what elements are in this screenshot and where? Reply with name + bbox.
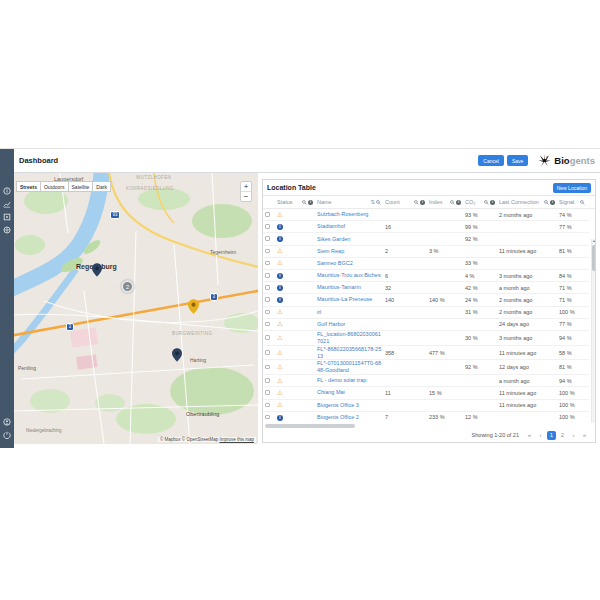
map-layer-outdoors[interactable]: Outdoors: [40, 181, 68, 192]
vertical-scrollbar[interactable]: ▲: [591, 239, 595, 423]
col-count[interactable]: Count: [385, 199, 400, 205]
improve-map-link[interactable]: Improve this map: [219, 437, 254, 442]
zoom-in-button[interactable]: +: [241, 182, 251, 192]
warning-icon[interactable]: ⚠: [277, 377, 283, 384]
warning-icon[interactable]: ⚠: [277, 259, 283, 266]
col-last-connection[interactable]: Last Connection: [499, 199, 539, 205]
col-co2[interactable]: CO₂: [465, 199, 475, 205]
filter-info-icon[interactable]: i: [490, 200, 495, 205]
map-layer-satellite[interactable]: Satellite: [68, 181, 93, 192]
location-link[interactable]: FL*-0701300011547T0-6848-Goodland: [317, 360, 385, 374]
warning-icon[interactable]: ⚠: [277, 247, 283, 254]
devices-icon[interactable]: [3, 213, 11, 221]
map-marker-pin-yellow[interactable]: [188, 299, 199, 314]
info-status-icon[interactable]: i: [277, 273, 283, 279]
location-link[interactable]: FL - demo solar trap: [317, 377, 369, 384]
search-icon[interactable]: [580, 200, 585, 205]
warning-icon[interactable]: ⚠: [277, 363, 283, 370]
trap-icon[interactable]: [3, 226, 11, 234]
map-layer-dark[interactable]: Dark: [92, 181, 111, 192]
col-name[interactable]: Name: [317, 199, 332, 205]
warning-icon[interactable]: ⚠: [277, 389, 283, 396]
info-status-icon[interactable]: i: [277, 415, 283, 421]
location-link[interactable]: Samreo BGC2: [317, 260, 356, 267]
row-checkbox[interactable]: [265, 415, 270, 420]
save-button[interactable]: Save: [507, 155, 528, 166]
info-status-icon[interactable]: i: [277, 236, 283, 242]
location-link[interactable]: FL*-868022035668178-2513: [317, 346, 385, 360]
map-marker-pin[interactable]: [172, 348, 182, 362]
warning-icon[interactable]: ⚠: [277, 308, 283, 315]
location-link[interactable]: Biogents Office 3: [317, 402, 362, 409]
row-checkbox[interactable]: [265, 335, 270, 340]
cancel-button[interactable]: Cancel: [478, 155, 504, 166]
warning-icon[interactable]: ⚠: [277, 401, 283, 408]
warning-icon[interactable]: ⚠: [277, 349, 283, 356]
row-checkbox[interactable]: [265, 365, 270, 370]
next-page-button[interactable]: ›: [569, 431, 578, 440]
scrollbar-thumb[interactable]: [265, 424, 355, 428]
row-checkbox[interactable]: [265, 224, 270, 229]
location-link[interactable]: FL_location-868020300617021: [317, 331, 385, 345]
new-location-button[interactable]: New Location: [553, 183, 591, 193]
location-link[interactable]: Sulzbach-Rosenberg: [317, 211, 371, 218]
row-checkbox[interactable]: [265, 261, 270, 266]
warning-icon[interactable]: ⚠: [277, 334, 283, 341]
location-link[interactable]: Chiang Mai: [317, 389, 348, 396]
row-checkbox[interactable]: [265, 403, 270, 408]
search-icon[interactable]: [450, 200, 455, 205]
map-layer-streets[interactable]: Streets: [16, 181, 40, 192]
row-checkbox[interactable]: [265, 378, 270, 383]
map-marker-pin[interactable]: [92, 263, 102, 277]
row-checkbox[interactable]: [265, 390, 270, 395]
warning-icon[interactable]: ⚠: [277, 211, 283, 218]
scroll-up-arrow[interactable]: ▲: [592, 239, 595, 244]
col-status[interactable]: Status: [277, 199, 293, 205]
row-checkbox[interactable]: [265, 297, 270, 302]
row-checkbox[interactable]: [265, 212, 270, 217]
search-icon[interactable]: [484, 200, 489, 205]
info-icon[interactable]: [3, 187, 11, 195]
col-signal[interactable]: Signal: [559, 199, 574, 205]
filter-info-icon[interactable]: i: [308, 200, 313, 205]
location-link[interactable]: irl: [317, 309, 324, 316]
location-link[interactable]: Siem Reap: [317, 248, 347, 255]
location-link[interactable]: Stadtamhof: [317, 223, 348, 230]
filter-info-icon[interactable]: i: [420, 200, 425, 205]
info-status-icon[interactable]: i: [277, 224, 283, 230]
row-checkbox[interactable]: [265, 310, 270, 315]
map-cluster-marker[interactable]: 2: [121, 280, 134, 293]
filter-info-icon[interactable]: i: [456, 200, 461, 205]
search-icon[interactable]: [544, 200, 549, 205]
location-link[interactable]: Biogents Office 2: [317, 414, 362, 421]
stats-icon[interactable]: [3, 200, 11, 208]
location-link[interactable]: Mauritius-Trou aux Biches: [317, 272, 384, 279]
page-1-button[interactable]: 1: [547, 431, 556, 440]
prev-page-button[interactable]: ‹: [536, 431, 545, 440]
row-checkbox[interactable]: [265, 285, 270, 290]
search-icon[interactable]: [302, 200, 307, 205]
user-icon[interactable]: [3, 418, 11, 426]
scrollbar-thumb[interactable]: [592, 245, 595, 271]
location-link[interactable]: Gulf Harbor: [317, 321, 348, 328]
location-link[interactable]: Sikes Garden: [317, 236, 353, 243]
row-checkbox[interactable]: [265, 322, 270, 327]
row-checkbox[interactable]: [265, 273, 270, 278]
last-page-button[interactable]: »: [580, 431, 589, 440]
row-checkbox[interactable]: [265, 350, 270, 355]
filter-info-icon[interactable]: i: [550, 200, 555, 205]
row-checkbox[interactable]: [265, 249, 270, 254]
zoom-out-button[interactable]: −: [241, 192, 251, 201]
sort-icon[interactable]: ⇅: [370, 199, 375, 205]
search-icon[interactable]: [414, 200, 419, 205]
row-checkbox[interactable]: [265, 236, 270, 241]
page-2-button[interactable]: 2: [558, 431, 567, 440]
location-link[interactable]: Mauritius-Tamarin: [317, 284, 364, 291]
info-status-icon[interactable]: i: [277, 297, 283, 303]
horizontal-scrollbar[interactable]: [265, 424, 589, 429]
info-status-icon[interactable]: i: [277, 285, 283, 291]
map[interactable]: Streets Outdoors Satellite Dark + − Lapp…: [14, 173, 258, 444]
location-link[interactable]: Mauritius-La Preneuse: [317, 296, 375, 303]
logout-icon[interactable]: [3, 431, 11, 439]
warning-icon[interactable]: ⚠: [277, 320, 283, 327]
